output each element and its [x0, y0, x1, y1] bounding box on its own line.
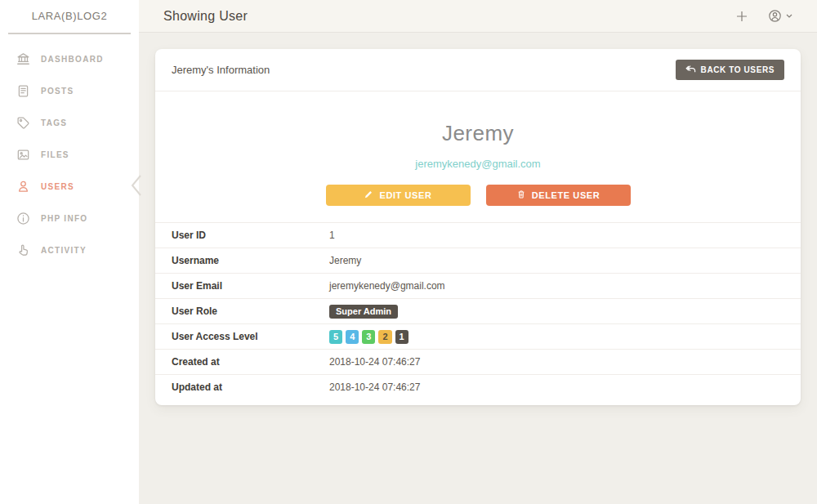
topbar: Showing User — [139, 0, 817, 33]
access-level-badge: 5 — [329, 330, 342, 344]
trash-icon — [516, 190, 526, 201]
row-label: User Access Level — [155, 331, 329, 342]
table-row: UsernameJeremy — [155, 248, 801, 273]
delete-button-label: DELETE USER — [532, 190, 600, 200]
back-button-label: BACK TO USERS — [701, 65, 775, 74]
sidebar-item-php-info[interactable]: PHP INFO — [0, 203, 139, 234]
back-to-users-button[interactable]: BACK TO USERS — [676, 60, 784, 80]
sidebar-item-posts[interactable]: POSTS — [0, 75, 139, 107]
delete-user-button[interactable]: DELETE USER — [486, 185, 631, 206]
user-icon — [16, 180, 30, 194]
row-label: User ID — [155, 230, 329, 241]
sidebar: LARA(B)LOG2 DASHBOARDPOSTSTAGSFILESUSERS… — [0, 0, 139, 504]
bank-icon — [16, 52, 30, 66]
row-value: Jeremy — [329, 255, 361, 266]
table-row: Updated at2018-10-24 07:46:27 — [155, 374, 801, 399]
card-header: Jeremy's Information BACK TO USERS — [155, 49, 801, 91]
row-value: 2018-10-24 07:46:27 — [329, 356, 420, 368]
posts-icon — [16, 84, 30, 98]
table-row: Created at2018-10-24 07:46:27 — [155, 349, 801, 374]
row-value: Super Admin — [329, 305, 398, 319]
sidebar-item-label: TAGS — [41, 118, 67, 127]
sidebar-item-label: ACTIVITY — [41, 246, 87, 255]
row-value: 1 — [329, 230, 335, 241]
edit-user-button[interactable]: EDIT USER — [326, 185, 471, 206]
sidebar-nav: DASHBOARDPOSTSTAGSFILESUSERSPHP INFOACTI… — [0, 34, 139, 266]
card-body: Jeremy jeremykenedy@gmail.com EDIT USER — [155, 91, 801, 405]
pencil-icon — [364, 190, 373, 201]
sidebar-item-label: DASHBOARD — [41, 55, 104, 64]
hand-pointer-icon — [16, 243, 30, 257]
tag-icon — [16, 116, 30, 130]
user-menu-button[interactable] — [768, 9, 792, 23]
app-root: LARA(B)LOG2 DASHBOARDPOSTSTAGSFILESUSERS… — [0, 0, 817, 504]
user-card: Jeremy's Information BACK TO USERS Jerem… — [155, 49, 801, 405]
page-title: Showing User — [163, 9, 248, 24]
row-label: User Role — [155, 306, 329, 317]
sidebar-item-activity[interactable]: ACTIVITY — [0, 234, 139, 266]
add-button[interactable] — [735, 10, 748, 23]
access-level-badge: 3 — [362, 330, 375, 344]
reply-icon — [685, 65, 696, 75]
avatar-icon — [768, 9, 782, 23]
image-icon — [16, 148, 30, 162]
table-row: User RoleSuper Admin — [155, 298, 801, 323]
main-column: Showing User — [139, 0, 817, 504]
row-value: jeremykenedy@gmail.com — [329, 280, 445, 292]
row-label: Username — [155, 255, 329, 266]
table-row: User ID1 — [155, 222, 801, 248]
user-name-heading: Jeremy — [155, 121, 801, 146]
edit-button-label: EDIT USER — [379, 190, 431, 200]
row-value: 2018-10-24 07:46:27 — [329, 381, 420, 393]
app-logo[interactable]: LARA(B)LOG2 — [0, 0, 139, 33]
table-row: User Access Level54321 — [155, 323, 801, 349]
row-label: Updated at — [155, 381, 329, 393]
topbar-actions — [735, 9, 792, 23]
row-label: User Email — [155, 280, 329, 292]
role-badge: Super Admin — [329, 305, 398, 319]
row-value: 54321 — [329, 330, 408, 344]
access-level-badge: 1 — [395, 330, 408, 344]
sidebar-item-tags[interactable]: TAGS — [0, 107, 139, 139]
access-level-badge: 4 — [346, 330, 359, 344]
sidebar-item-label: PHP INFO — [41, 214, 87, 223]
sidebar-item-label: USERS — [41, 182, 74, 191]
sidebar-item-label: FILES — [41, 150, 69, 159]
sidebar-item-files[interactable]: FILES — [0, 139, 139, 171]
access-level-badge: 2 — [378, 330, 391, 344]
plus-icon — [735, 10, 748, 23]
row-label: Created at — [155, 356, 329, 368]
user-detail-table: User ID1UsernameJeremyUser Emailjeremyke… — [155, 222, 801, 399]
sidebar-item-label: POSTS — [41, 87, 74, 96]
action-row: EDIT USER DELETE USER — [155, 185, 801, 206]
content-area: Jeremy's Information BACK TO USERS Jerem… — [139, 33, 817, 504]
info-icon — [16, 212, 30, 225]
sidebar-item-dashboard[interactable]: DASHBOARD — [0, 43, 139, 75]
chevron-down-icon — [786, 14, 792, 18]
card-title: Jeremy's Information — [172, 64, 270, 76]
user-email-link[interactable]: jeremykenedy@gmail.com — [415, 158, 540, 170]
sidebar-item-users[interactable]: USERS — [0, 171, 139, 203]
table-row: User Emailjeremykenedy@gmail.com — [155, 273, 801, 298]
